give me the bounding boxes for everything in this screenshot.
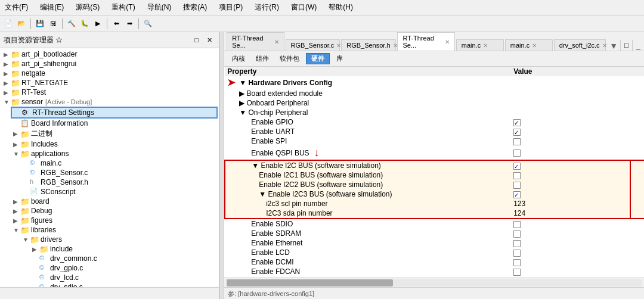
tree-item-art-pi-bootloader[interactable]: ▶ 📁 art_pi_bootloader: [1, 49, 218, 59]
tree-item-drv-common[interactable]: © drv_common.c: [30, 254, 218, 263]
checkbox-sdio[interactable]: [513, 221, 521, 228]
tab-close-rgb-sensor-c[interactable]: ✕: [336, 42, 341, 49]
tree-item-includes[interactable]: ▶ 📁 Includes: [11, 139, 218, 149]
toolbar-build[interactable]: 🔨: [66, 18, 78, 30]
table-row-enable-i2c3[interactable]: ▼ Enable I2C3 BUS (software simulation): [225, 189, 644, 199]
checkbox-qspi[interactable]: [513, 150, 521, 157]
checkbox-i2c-bus[interactable]: [513, 163, 521, 170]
tab-close-rt-thread-se1[interactable]: ✕: [274, 39, 279, 45]
menu-refactor[interactable]: 重构(T): [109, 1, 137, 14]
tree-item-debug[interactable]: ▶ 📁 Debug: [11, 206, 218, 216]
table-row-i2c3-scl[interactable]: i2c3 scl pin number 123: [225, 199, 644, 208]
value-enable-gpio[interactable]: [511, 117, 630, 127]
value-enable-lcd[interactable]: [511, 248, 630, 257]
value-enable-i2c1[interactable]: [511, 170, 630, 180]
checkbox-lcd[interactable]: [513, 250, 521, 257]
value-enable-spi[interactable]: [511, 136, 630, 146]
left-panel-minimize[interactable]: □: [190, 34, 202, 46]
tree-item-figures[interactable]: ▶ 📁 figures: [11, 216, 218, 225]
toolbar-libraries[interactable]: 库: [332, 53, 347, 64]
checkbox-i2c1[interactable]: [513, 172, 521, 179]
toolbar-hardware[interactable]: 硬件: [306, 53, 330, 64]
table-row-enable-i2c-bus[interactable]: ▼ Enable I2C BUS (software simulation): [225, 160, 644, 170]
tree-item-main-c[interactable]: © main.c: [20, 158, 218, 168]
checkbox-sdram[interactable]: [513, 231, 521, 238]
table-row-enable-qspi[interactable]: Enable QSPI BUS ↓: [225, 146, 644, 160]
table-row-enable-i2c1[interactable]: Enable I2C1 BUS (software simulation): [225, 170, 644, 180]
table-row-enable-i2c2[interactable]: Enable I2C2 BUS (software simulation): [225, 180, 644, 189]
tree-item-rt-netgate[interactable]: ▶ 📁 RT_NETGATE: [1, 78, 218, 88]
tree-item-art-pi-shihengrui[interactable]: ▶ 📁 art_pi_shihengrui: [1, 59, 218, 68]
checkbox-gpio[interactable]: [513, 119, 521, 126]
tab-main-c2[interactable]: main.c ✕: [505, 39, 553, 51]
maximize-btn[interactable]: □: [620, 40, 632, 51]
left-panel-close[interactable]: ✕: [203, 34, 215, 46]
table-row-enable-ethernet[interactable]: Enable Ethernet: [225, 238, 644, 248]
toolbar-search[interactable]: 🔍: [142, 18, 154, 30]
tree-item-applications[interactable]: ▼ 📁 applications: [11, 149, 218, 158]
menu-project[interactable]: 项目(P): [216, 1, 245, 14]
checkbox-spi[interactable]: [513, 138, 521, 145]
value-enable-sdio[interactable]: [511, 219, 630, 229]
tab-main-c[interactable]: main.c ✕: [456, 39, 504, 51]
menu-run[interactable]: 运行(R): [252, 1, 281, 14]
tab-close-drv-soft-i2c[interactable]: ✕: [602, 42, 607, 49]
table-row-enable-dcmi[interactable]: Enable DCMI: [225, 257, 644, 267]
tree-item-board-info[interactable]: 📋 Board Information: [11, 119, 218, 128]
menu-window[interactable]: 窗口(W): [289, 1, 319, 14]
tab-close-rt-thread-se2[interactable]: ✕: [445, 39, 450, 45]
tree-item-sconscript[interactable]: 📄 SConscript: [20, 187, 218, 197]
tree-item-sensor[interactable]: ▼ 📁 sensor [Active - Debug]: [1, 97, 218, 107]
tab-overflow-menu[interactable]: ▼: [609, 41, 618, 51]
menu-source[interactable]: 源码(S): [73, 1, 102, 14]
toolbar-debug[interactable]: 🐛: [79, 18, 91, 30]
tree-item-include[interactable]: ▶ 📁 include: [30, 244, 218, 254]
table-row-onboard-peripheral[interactable]: ▶ Onboard Peripheral: [225, 98, 644, 108]
value-enable-i2c2[interactable]: [511, 180, 630, 189]
menu-help[interactable]: 帮助(H): [326, 1, 355, 14]
table-row-board-extended[interactable]: ▶ Board extended module: [225, 89, 644, 98]
tree-item-drv-sdio[interactable]: © drv_sdio.c: [30, 282, 218, 287]
value-enable-i2c-bus[interactable]: [511, 160, 630, 170]
tree-item-drv-gpio[interactable]: © drv_gpio.c: [30, 263, 218, 273]
tree-item-drivers[interactable]: ▼ 📁 drivers: [20, 235, 218, 244]
value-enable-i2c3[interactable]: [511, 189, 630, 199]
value-enable-dcmi[interactable]: [511, 257, 630, 267]
checkbox-fdcan[interactable]: [513, 269, 521, 276]
tree-item-rt-thread-settings[interactable]: ⚙ RT-Thread Settings: [11, 107, 218, 119]
table-row-on-chip-peripheral[interactable]: ▼ On-chip Peripheral: [225, 108, 644, 117]
menu-file[interactable]: 文件(F): [2, 1, 30, 14]
config-scroll[interactable]: Property Value ➤ ▼ Hardware Drivers Conf…: [224, 67, 644, 278]
toolbar-btn5[interactable]: ➡: [123, 18, 135, 30]
toolbar-save[interactable]: 💾: [34, 18, 46, 30]
table-row-enable-lcd[interactable]: Enable LCD: [225, 248, 644, 257]
tree-item-board[interactable]: ▶ 📁 board: [11, 197, 218, 206]
table-row-enable-fdcan[interactable]: Enable FDCAN: [225, 267, 644, 276]
toolbar-save-all[interactable]: 🖫: [47, 18, 59, 30]
table-row-enable-uart[interactable]: Enable UART: [225, 127, 644, 136]
toolbar-btn4[interactable]: ⬅: [110, 18, 122, 30]
tree-item-libraries[interactable]: ▼ 📁 libraries: [11, 225, 218, 235]
resize-handle[interactable]: [219, 32, 224, 299]
toolbar-open[interactable]: 📂: [16, 18, 27, 30]
toolbar-kernel[interactable]: 内核: [228, 53, 249, 64]
config-horizontal-scrollbar[interactable]: [224, 278, 644, 287]
tab-drv-soft-i2c[interactable]: drv_soft_i2c.c ✕: [554, 39, 606, 51]
toolbar-new[interactable]: 📄: [2, 18, 14, 30]
tab-rt-thread-se2[interactable]: RT-Thread Se... ✕: [397, 32, 454, 51]
checkbox-dcmi[interactable]: [513, 259, 521, 266]
table-row-enable-gpio[interactable]: Enable GPIO: [225, 117, 644, 127]
menu-search[interactable]: 搜索(A): [181, 1, 209, 14]
checkbox-uart[interactable]: [513, 129, 521, 136]
tab-close-rgb-sensor-h[interactable]: ✕: [393, 42, 398, 49]
value-enable-fdcan[interactable]: [511, 267, 630, 276]
value-enable-uart[interactable]: [511, 127, 630, 136]
tree-item-netgate[interactable]: ▶ 📁 netgate: [1, 68, 218, 78]
table-row-i2c3-sda[interactable]: I2C3 sda pin number 124: [225, 208, 644, 219]
tab-rt-thread-se1[interactable]: RT-Thread Se... ✕: [227, 32, 284, 51]
toolbar-packages[interactable]: 软件包: [275, 53, 304, 64]
table-row-hardware-drivers-config[interactable]: ➤ ▼ Hardware Drivers Config: [225, 76, 644, 89]
scrollbar-track-h[interactable]: [227, 279, 642, 286]
value-enable-sdram[interactable]: [511, 229, 630, 238]
tree-item-drv-lcd[interactable]: © drv_lcd.c: [30, 273, 218, 282]
